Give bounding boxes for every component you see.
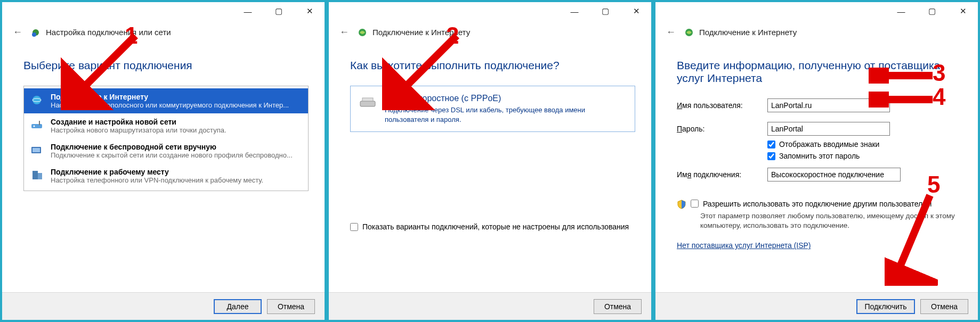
titlebar: — ▢ ✕ [655,2,978,20]
password-options: Отображать вводимые знаки Запомнить этот… [767,140,962,160]
building-icon [29,169,44,181]
connection-name-label: Имя подключения: [677,170,767,179]
breadcrumb: ← Настройка подключения или сети [2,20,325,41]
connection-name-input[interactable] [767,168,901,181]
username-label: ИИмя пользователя:мя пользователя: [677,101,767,110]
option-title: Подключение к беспроводной сети вручную [51,143,303,151]
option-pppoe[interactable]: Высокоскоростное (с PPPoE) Подключение ч… [350,86,635,132]
window-3-credentials: — ▢ ✕ ← Подключение к Интернету Введите … [653,0,980,322]
footer: Далее Отмена [2,292,325,320]
show-unconfigured-label: Показать варианты подключений, которые н… [362,222,629,231]
connection-name-row: Имя подключения: [677,168,962,181]
option-desc: Настройка телефонного или VPN-подключени… [51,176,303,184]
no-isp-link[interactable]: Нет поставщика услуг Интернета (ISP) [677,241,811,250]
allow-others-row: Разрешить использовать это подключение д… [677,200,962,209]
footer: Подключить Отмена [655,292,978,320]
header-title: Подключение к Интернету [372,28,470,37]
minimize-button[interactable]: — [890,4,912,19]
next-button[interactable]: Далее [214,299,262,314]
connection-options-list: Подключение к Интернету Настройка широко… [23,86,309,191]
svg-rect-8 [33,148,40,152]
allow-others-desc: Этот параметр позволяет любому пользоват… [700,211,962,230]
cancel-button[interactable]: Отмена [594,299,642,314]
option-title: Высокоскоростное (с PPPoE) [385,94,626,103]
router-icon [29,119,44,131]
option-wireless-manual[interactable]: Подключение к беспроводной сети вручную … [24,138,308,163]
svg-rect-13 [360,101,375,106]
header-title: Настройка подключения или сети [46,28,171,37]
content-area: Введите информацию, полученную от постав… [655,41,978,292]
close-button[interactable]: ✕ [299,4,320,19]
modem-icon [359,95,377,110]
back-arrow-icon[interactable]: ← [663,26,679,39]
option-desc: Подключение к скрытой сети или создание … [51,151,303,159]
svg-point-5 [34,126,35,127]
username-input[interactable] [767,98,890,112]
page-heading: Выберите вариант подключения [23,59,309,72]
window-2-connection-type: — ▢ ✕ ← Подключение к Интернету Как вы х… [327,0,653,322]
svg-point-1 [32,32,36,37]
allow-others-checkbox[interactable] [691,200,699,208]
content-area: Как вы хотите выполнить подключение? Выс… [329,41,651,292]
svg-rect-9 [33,171,38,179]
option-title: Подключение к Интернету [51,93,303,101]
content-area: Выберите вариант подключения Подключение… [2,41,325,292]
breadcrumb: ← Подключение к Интернету [655,20,978,41]
header-title: Подключение к Интернету [699,28,797,37]
close-button[interactable]: ✕ [952,4,974,19]
monitor-wifi-icon [29,144,44,156]
globe-icon [358,28,367,37]
option-connect-internet[interactable]: Подключение к Интернету Настройка широко… [24,88,308,113]
show-unconfigured-row: Показать варианты подключений, которые н… [350,222,635,231]
page-heading: Как вы хотите выполнить подключение? [350,59,635,72]
maximize-button[interactable]: ▢ [595,4,616,19]
close-button[interactable]: ✕ [626,4,647,19]
back-arrow-icon[interactable]: ← [336,26,352,39]
window-1-network-setup: — ▢ ✕ ← Настройка подключения или сети В… [0,0,327,322]
svg-rect-14 [362,98,373,101]
maximize-button[interactable]: ▢ [921,4,943,19]
show-chars-label: Отображать вводимые знаки [779,140,879,148]
option-create-network[interactable]: Создание и настройка новой сети Настройк… [24,113,308,138]
titlebar: — ▢ ✕ [2,2,325,20]
minimize-button[interactable]: — [564,4,585,19]
svg-point-2 [33,96,41,104]
password-label: Пароль: [677,125,767,133]
globe-icon [684,28,694,37]
remember-label: Запомнить этот пароль [779,152,860,160]
option-desc: Настройка широкополосного или коммутируе… [51,101,303,109]
titlebar: — ▢ ✕ [329,2,651,20]
option-desc: Подключение через DSL или кабель, требую… [385,105,626,124]
username-row: ИИмя пользователя:мя пользователя: [677,98,962,112]
remember-row[interactable]: Запомнить этот пароль [767,152,962,160]
show-unconfigured-checkbox[interactable] [350,223,358,231]
connect-button[interactable]: Подключить [856,299,915,314]
network-setup-icon [31,28,41,37]
option-title: Подключение к рабочему месту [51,168,303,176]
allow-others-label: Разрешить использовать это подключение д… [703,200,932,208]
maximize-button[interactable]: ▢ [268,4,289,19]
option-title: Создание и настройка новой сети [51,118,303,126]
svg-rect-10 [38,173,42,179]
show-chars-row[interactable]: Отображать вводимые знаки [767,140,962,148]
footer: Отмена [329,292,651,320]
cancel-button[interactable]: Отмена [920,299,968,314]
password-row: Пароль: [677,122,962,136]
globe-icon [29,94,44,106]
password-input[interactable] [767,122,890,136]
back-arrow-icon[interactable]: ← [10,26,26,39]
page-heading: Введите информацию, полученную от постав… [677,59,962,85]
cancel-button[interactable]: Отмена [267,299,315,314]
svg-rect-4 [31,124,42,128]
svg-rect-6 [39,121,40,125]
minimize-button[interactable]: — [237,4,258,19]
option-desc: Настройка нового маршрутизатора или точк… [51,126,303,134]
breadcrumb: ← Подключение к Интернету [329,20,651,41]
remember-checkbox[interactable] [767,152,775,160]
show-chars-checkbox[interactable] [767,141,775,148]
shield-icon [677,200,686,209]
option-workplace[interactable]: Подключение к рабочему месту Настройка т… [24,163,308,188]
